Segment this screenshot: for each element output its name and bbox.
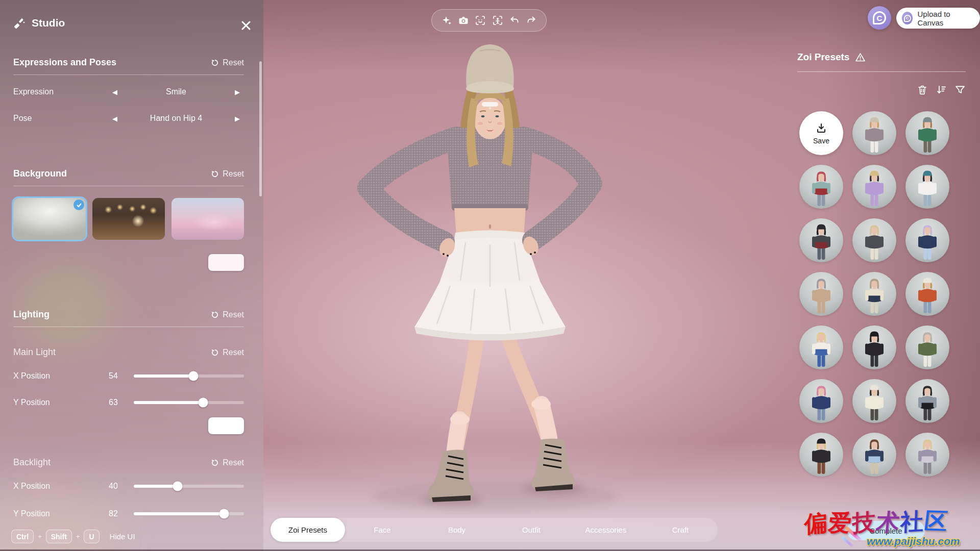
section-title: Background [13,168,67,179]
tab-zoi-presets[interactable]: Zoi Presets [271,518,345,542]
preset-avatar[interactable] [905,272,949,316]
slider-thumb[interactable] [219,509,229,519]
background-section-header: Background Reset [13,168,244,179]
complete-button[interactable]: Complete [847,521,925,540]
bottom-tab-bar: Zoi Presets Face Body Outfit Accessories… [271,518,718,542]
camera-icon[interactable] [458,15,469,26]
backlight-y-row: Y Position 82 [13,505,244,522]
reset-icon [211,459,219,467]
reset-backlight-button[interactable]: Reset [211,458,244,467]
backlight-y-slider[interactable] [134,512,244,515]
reset-background-button[interactable]: Reset [211,169,244,179]
tab-craft[interactable]: Craft [643,518,718,542]
reset-icon [211,311,219,319]
reset-expressions-button[interactable]: Reset [211,58,244,67]
subsection-title: Backlight [13,457,51,468]
lighting-section-header: Lighting Reset [13,309,244,320]
backlight-x-slider[interactable] [134,485,244,488]
warning-icon[interactable] [855,52,866,63]
divider [13,186,244,186]
reset-main-light-button[interactable]: Reset [211,348,244,357]
reset-icon [211,170,219,178]
main-light-color-swatch[interactable] [208,417,244,434]
background-color-swatch[interactable] [208,254,244,271]
redo-icon[interactable] [526,15,537,26]
canvas-logo-icon: C [902,12,913,24]
preset-avatar[interactable] [852,111,896,155]
slider-value: 54 [95,371,132,381]
panel-scrollbar[interactable] [259,61,262,196]
upload-to-canvas-button[interactable]: C Upload to Canvas [896,8,980,29]
preset-avatar[interactable] [905,111,949,155]
preset-avatar[interactable] [852,218,896,262]
preset-avatar[interactable] [799,218,843,262]
section-title: Expressions and Poses [13,57,116,68]
main-light-x-slider[interactable] [134,374,244,378]
reset-lighting-button[interactable]: Reset [211,310,244,319]
expression-value: Smile [121,87,231,96]
main-light-header: Main Light Reset [13,347,244,358]
wand-icon [13,17,26,29]
expressions-section-header: Expressions and Poses Reset [13,57,244,68]
main-light-y-slider[interactable] [134,401,244,404]
studio-app: Studio Expressions and Poses Reset Expre… [0,0,980,551]
slider-thumb[interactable] [188,371,198,381]
body-scan-icon[interactable] [492,15,503,26]
expression-label: Expression [13,87,108,96]
divider [13,327,244,327]
background-thumbnail-room[interactable] [92,198,165,240]
preset-avatar[interactable] [905,325,949,369]
preset-avatar[interactable] [799,165,843,209]
sparkle-icon[interactable] [441,15,452,26]
preset-avatar[interactable] [799,272,843,316]
preset-avatar[interactable] [905,165,949,209]
slider-thumb[interactable] [173,482,183,491]
tab-accessories[interactable]: Accessories [569,518,643,542]
tab-outfit[interactable]: Outfit [494,518,569,542]
pose-prev-button[interactable]: ◀ [108,115,121,122]
preset-avatar[interactable] [852,325,896,369]
slider-thumb[interactable] [199,398,208,408]
pose-value: Hand on Hip 4 [121,114,231,123]
character-model [337,36,623,515]
preset-avatar[interactable] [852,433,896,477]
background-thumbnail-sky[interactable] [172,198,244,240]
slider-value: 63 [95,398,132,407]
preset-avatar[interactable] [799,325,843,369]
selected-check-icon [74,199,84,210]
preset-avatar[interactable] [799,379,843,423]
canvas-app-button[interactable]: C [868,6,891,30]
tab-body[interactable]: Body [420,518,494,542]
preset-avatar[interactable] [905,218,949,262]
preset-avatar[interactable] [852,379,896,423]
sort-icon[interactable] [936,84,947,95]
divider [13,74,244,75]
preset-avatar[interactable] [852,272,896,316]
undo-icon[interactable] [509,15,520,26]
key-ctrl: Ctrl [11,530,34,543]
background-thumbnails [13,198,244,240]
backlight-header: Backlight Reset [13,457,244,468]
tab-face[interactable]: Face [345,518,420,542]
expression-prev-button[interactable]: ◀ [108,88,121,96]
subsection-title: Main Light [13,347,56,358]
close-icon[interactable] [239,18,253,33]
preset-avatar[interactable] [905,379,949,423]
presets-toolbar [797,84,966,95]
filter-icon[interactable] [954,84,966,95]
divider [797,71,966,72]
background-thumbnail-studio[interactable] [13,198,86,240]
key-u: U [84,530,99,543]
pose-next-button[interactable]: ▶ [231,115,244,122]
expression-next-button[interactable]: ▶ [231,88,244,96]
preset-avatar[interactable] [852,165,896,209]
delete-icon[interactable] [917,84,928,95]
preset-avatar[interactable] [905,433,949,477]
panel-blur-blob [15,263,117,349]
face-scan-icon[interactable] [475,15,486,26]
preset-avatar[interactable] [799,433,843,477]
slider-label: X Position [13,371,95,381]
backlight-x-row: X Position 40 [13,478,244,495]
save-preset-button[interactable]: Save [799,111,843,155]
pose-row: Pose ◀ Hand on Hip 4 ▶ [13,109,244,128]
